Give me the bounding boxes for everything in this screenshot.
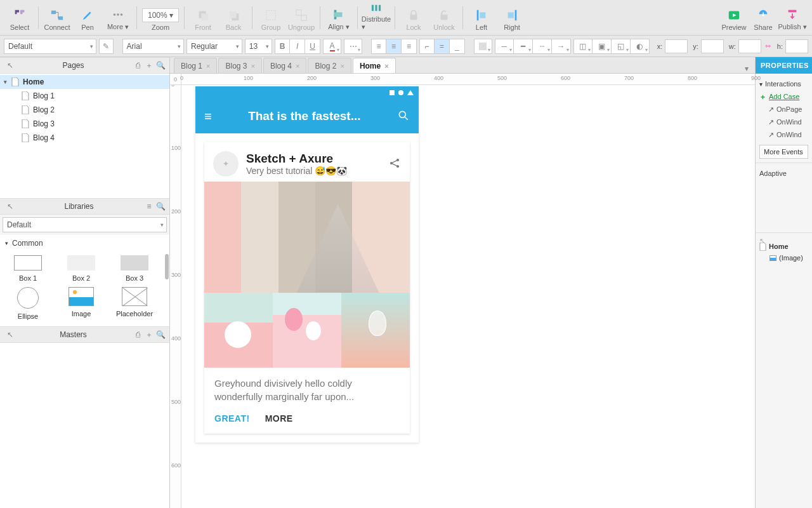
- add-case-link[interactable]: ＋Add Case: [759, 90, 808, 103]
- page-blog3[interactable]: Blog 3: [0, 117, 169, 131]
- close-icon[interactable]: ×: [206, 62, 210, 70]
- tab-blog2[interactable]: Blog 2×: [308, 58, 351, 73]
- halign-center[interactable]: ≡: [386, 39, 402, 54]
- line-color-btn[interactable]: ─: [495, 39, 514, 54]
- search-icon[interactable]: [397, 109, 410, 124]
- align-menu[interactable]: Align ▾: [324, 2, 353, 34]
- page-blog4[interactable]: Blog 4: [0, 131, 169, 145]
- add-folder-icon[interactable]: ⎙: [133, 330, 143, 340]
- select-tool[interactable]: Select: [5, 2, 34, 34]
- lock-aspect-icon[interactable]: ⇿: [765, 42, 771, 50]
- add-page-icon[interactable]: ＋: [144, 60, 154, 70]
- properties-tab[interactable]: PROPERTIES: [756, 57, 812, 74]
- more-text-btn[interactable]: ⋯: [344, 39, 362, 54]
- collapse-icon[interactable]: ↖: [5, 201, 15, 211]
- lib-ellipse[interactable]: Ellipse: [3, 287, 53, 320]
- font-family-select[interactable]: Arial: [122, 39, 184, 54]
- lib-menu-icon[interactable]: ≡: [144, 201, 154, 211]
- preview-btn[interactable]: Preview: [719, 2, 749, 34]
- close-icon[interactable]: ×: [384, 62, 388, 70]
- add-master-icon[interactable]: ＋: [144, 330, 154, 340]
- collapse-icon[interactable]: ↖: [5, 60, 15, 70]
- distribute-menu[interactable]: Distribute ▾: [362, 2, 391, 34]
- group-btn[interactable]: Group: [256, 2, 285, 34]
- halign-right[interactable]: ≡: [402, 39, 417, 54]
- bring-front[interactable]: Front: [188, 2, 218, 34]
- action-great[interactable]: GREAT!: [214, 413, 250, 424]
- share-btn[interactable]: Share: [749, 2, 778, 34]
- mobile-mockup[interactable]: ≡ That is the fastest... ✦ Sketch + Axur…: [195, 86, 419, 443]
- tab-blog3[interactable]: Blog 3×: [218, 58, 261, 73]
- lib-search-icon[interactable]: 🔍: [155, 201, 166, 211]
- zoom-control[interactable]: 100% ▾ Zoom: [141, 2, 180, 34]
- underline-btn[interactable]: U: [305, 39, 320, 54]
- design-canvas[interactable]: ≡ That is the fastest... ✦ Sketch + Axur…: [181, 85, 755, 508]
- tab-blog1[interactable]: Blog 1×: [174, 58, 217, 73]
- publish-btn[interactable]: Publish ▾: [778, 2, 807, 34]
- collapse-icon[interactable]: ↖: [5, 330, 15, 340]
- pen-tool[interactable]: Pen: [73, 2, 102, 34]
- event-onwind2[interactable]: ↗ OnWind: [759, 128, 808, 141]
- page-blog2[interactable]: Blog 2: [0, 103, 169, 117]
- tabs-overflow[interactable]: ▾: [738, 64, 755, 73]
- font-weight-select[interactable]: Regular: [187, 39, 242, 54]
- arrow-btn[interactable]: →: [552, 39, 571, 54]
- page-home[interactable]: ▾Home: [0, 75, 169, 89]
- library-selector[interactable]: Default: [3, 217, 167, 232]
- outer-shadow-btn[interactable]: ◫: [573, 39, 593, 54]
- bold-btn[interactable]: B: [275, 39, 290, 54]
- text-color-btn[interactable]: A: [323, 39, 341, 54]
- lib-scrollbar[interactable]: [165, 254, 169, 279]
- line-weight-btn[interactable]: ━: [514, 39, 533, 54]
- valign-top[interactable]: ⌐: [419, 39, 435, 54]
- adaptive-header[interactable]: Adaptive: [759, 167, 808, 180]
- connect-tool[interactable]: Connect: [43, 2, 72, 34]
- search-pages-icon[interactable]: 🔍: [155, 60, 166, 70]
- halign-left[interactable]: ≡: [371, 39, 386, 54]
- align-right[interactable]: Right: [497, 2, 527, 34]
- hamburger-icon[interactable]: ≡: [204, 109, 212, 124]
- line-style-btn[interactable]: ┄: [533, 39, 552, 54]
- tab-home[interactable]: Home×: [353, 58, 396, 73]
- more-tools[interactable]: More ▾: [103, 2, 133, 34]
- font-size-select[interactable]: 13: [245, 39, 272, 54]
- lib-box3[interactable]: Box 3: [109, 255, 160, 282]
- add-folder-icon[interactable]: ⎙: [133, 60, 143, 70]
- lib-box2[interactable]: Box 2: [56, 255, 107, 282]
- inner-shadow-btn[interactable]: ▣: [593, 39, 612, 54]
- align-left[interactable]: Left: [467, 2, 496, 34]
- page-blog1[interactable]: Blog 1: [0, 89, 169, 103]
- library-category[interactable]: ▾Common: [0, 235, 169, 251]
- event-onpage[interactable]: ↗ OnPage: [759, 103, 808, 116]
- outline-home[interactable]: Home: [759, 241, 808, 252]
- search-masters-icon[interactable]: 🔍: [155, 330, 166, 340]
- valign-bottom[interactable]: _: [450, 39, 465, 54]
- share-icon[interactable]: [388, 157, 401, 171]
- ungroup-btn[interactable]: Ungroup: [287, 2, 316, 34]
- tab-blog4[interactable]: Blog 4×: [263, 58, 306, 73]
- style-paint-icon[interactable]: ✎: [99, 39, 114, 54]
- opacity-btn[interactable]: ◐: [631, 39, 650, 54]
- style-select[interactable]: Default: [4, 39, 96, 54]
- valign-middle[interactable]: =: [435, 39, 450, 54]
- close-icon[interactable]: ×: [251, 62, 255, 70]
- close-icon[interactable]: ×: [296, 62, 299, 70]
- outline-image[interactable]: (Image): [759, 252, 808, 264]
- send-back[interactable]: Back: [219, 2, 248, 34]
- event-onwind1[interactable]: ↗ OnWind: [759, 116, 808, 128]
- height-input[interactable]: [785, 39, 808, 53]
- fill-color-btn[interactable]: [474, 39, 492, 54]
- close-icon[interactable]: ×: [340, 62, 344, 70]
- italic-btn[interactable]: I: [290, 39, 305, 54]
- action-more[interactable]: MORE: [265, 413, 293, 424]
- corner-radius-btn[interactable]: ◱: [612, 39, 631, 54]
- lib-box1[interactable]: Box 1: [3, 255, 53, 282]
- unlock-btn[interactable]: Unlock: [429, 2, 459, 34]
- pos-x-input[interactable]: [665, 39, 688, 53]
- lock-btn[interactable]: Lock: [399, 2, 428, 34]
- lib-placeholder[interactable]: Placeholder: [109, 287, 160, 320]
- width-input[interactable]: [738, 39, 761, 53]
- lib-image[interactable]: Image: [56, 287, 107, 320]
- pos-y-input[interactable]: [701, 39, 724, 53]
- interactions-header[interactable]: ▾Interactions: [759, 77, 808, 90]
